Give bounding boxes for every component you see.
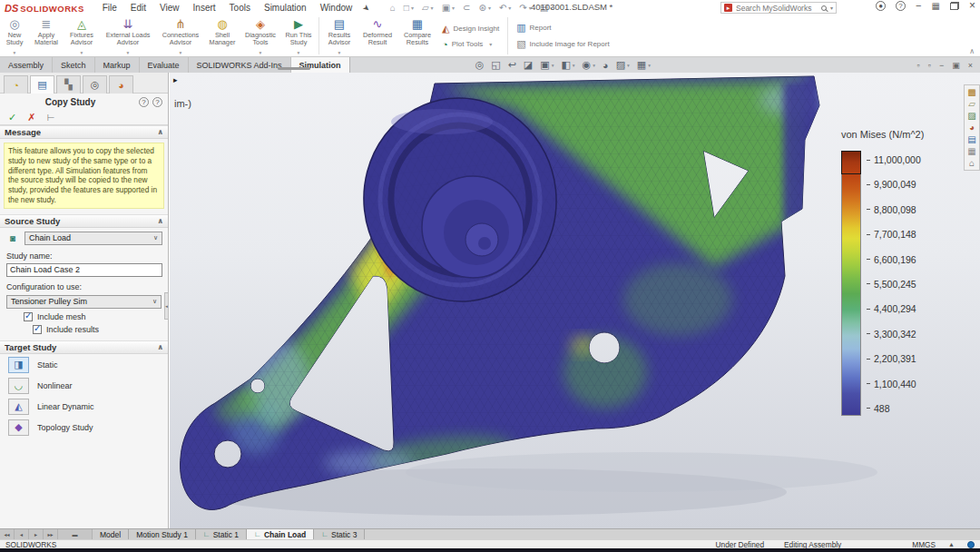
target-topology-row[interactable]: ◆ Topology Study bbox=[0, 418, 168, 438]
new-study-button[interactable]: ◎ New Study▾ bbox=[0, 15, 29, 56]
tab-scroll-last-icon[interactable]: ▸▸ bbox=[44, 529, 58, 539]
include-results-checkbox[interactable] bbox=[33, 325, 42, 334]
diagnostic-tools-button[interactable]: ◈ Diagnostic Tools▾ bbox=[240, 15, 281, 56]
zoom-to-area-icon[interactable]: ◱ bbox=[491, 59, 500, 71]
report-button[interactable]: ▥ Report bbox=[516, 22, 609, 34]
search-icon[interactable] bbox=[821, 5, 827, 11]
menu-pin-icon[interactable]: ➤ bbox=[361, 2, 372, 14]
doc-close-button[interactable]: × bbox=[968, 61, 973, 70]
panel-splitter-handle[interactable]: ◂ bbox=[164, 292, 169, 320]
configurationmanager-tab[interactable]: ▚ bbox=[56, 75, 81, 94]
status-expand-icon[interactable]: ▲ bbox=[948, 541, 955, 547]
configuration-select[interactable]: Tensioner Pulley Sim ∨ bbox=[6, 295, 162, 309]
appearances-icon[interactable]: ◕ bbox=[969, 123, 975, 133]
tab-static-1[interactable]: ∟Static 1 bbox=[196, 529, 247, 539]
section-view-icon[interactable]: ◪ bbox=[524, 59, 533, 71]
tab-sketch[interactable]: Sketch bbox=[53, 57, 95, 73]
status-units[interactable]: MMGS bbox=[912, 540, 936, 549]
menu-insert[interactable]: Insert bbox=[193, 3, 216, 13]
graphics-viewport[interactable]: ▸ im-) bbox=[170, 73, 980, 528]
tab-static-3[interactable]: ∟Static 3 bbox=[314, 529, 365, 539]
open-document-icon[interactable]: ▱▾ bbox=[422, 3, 434, 13]
close-button[interactable]: × bbox=[969, 1, 975, 11]
options-gear-icon[interactable]: ⊛▾ bbox=[478, 3, 490, 13]
save-icon[interactable]: ▣▾ bbox=[442, 3, 455, 13]
panel-pin-help-icon[interactable]: ? bbox=[152, 97, 162, 107]
tab-markup[interactable]: Markup bbox=[95, 57, 140, 73]
menu-edit[interactable]: Edit bbox=[131, 3, 146, 13]
display-style-icon[interactable]: ◧▾ bbox=[561, 59, 574, 71]
user-account-icon[interactable]: ● bbox=[876, 1, 886, 11]
study-name-input[interactable] bbox=[6, 263, 162, 277]
home-icon[interactable]: ⌂ bbox=[390, 3, 396, 13]
propertymanager-tab[interactable]: ▤ bbox=[30, 75, 54, 94]
compare-results-button[interactable]: ▦ Compare Results bbox=[398, 15, 436, 56]
menu-simulation[interactable]: Simulation bbox=[264, 3, 307, 13]
run-this-study-button[interactable]: ▶ Run This Study▾ bbox=[281, 15, 316, 56]
undo-icon[interactable]: ↶▾ bbox=[499, 3, 511, 13]
doc-cascade-icon[interactable]: ▫ bbox=[917, 61, 920, 70]
tab-scroll-left-icon[interactable]: ◂ bbox=[15, 529, 29, 539]
menu-view[interactable]: View bbox=[160, 3, 180, 13]
external-loads-advisor-button[interactable]: ⇊ External Loads Advisor▾ bbox=[100, 15, 156, 56]
solidworks-resources-icon[interactable]: ▩ bbox=[967, 87, 975, 97]
home-tab-icon[interactable]: ⌂ bbox=[969, 158, 975, 168]
message-section-header[interactable]: Message ∧ bbox=[0, 125, 168, 139]
shell-manager-button[interactable]: ◍ Shell Manager bbox=[205, 15, 240, 56]
keep-visible-pin-icon[interactable]: ⊢ bbox=[46, 113, 54, 123]
ok-button[interactable]: ✓ bbox=[8, 112, 16, 123]
file-explorer-icon[interactable]: ▨ bbox=[967, 111, 975, 121]
search-input[interactable]: Search MySolidWorks bbox=[736, 4, 818, 13]
search-dropdown-icon[interactable]: ▾ bbox=[830, 5, 833, 11]
target-nonlinear-row[interactable]: ◡ Nonlinear bbox=[0, 376, 168, 396]
panel-help-icon[interactable]: ? bbox=[139, 97, 149, 107]
menu-tools[interactable]: Tools bbox=[230, 3, 250, 13]
design-library-icon[interactable]: ▱ bbox=[968, 99, 975, 109]
doc-minimize-button[interactable]: − bbox=[939, 61, 944, 70]
plot-tools-button[interactable]: ◔ Plot Tools ▾ bbox=[442, 39, 499, 50]
static-study-icon[interactable]: ◨ bbox=[8, 357, 29, 373]
search-box[interactable]: ▸ Search MySolidWorks ▾ bbox=[720, 2, 837, 14]
deformed-result-button[interactable]: ∿ Deformed Result bbox=[357, 15, 398, 56]
ribbon-collapse-icon[interactable]: ∧ bbox=[969, 47, 975, 55]
view-palette-icon[interactable]: ▤ bbox=[967, 134, 975, 144]
nonlinear-study-icon[interactable]: ◡ bbox=[8, 378, 29, 394]
tab-assembly[interactable]: Assembly bbox=[0, 57, 53, 73]
plot-tools-dropdown-icon[interactable]: ▾ bbox=[489, 41, 492, 47]
custom-properties-icon[interactable]: ▦ bbox=[967, 146, 975, 156]
edit-appearance-icon[interactable]: ◕ bbox=[603, 60, 609, 71]
tab-model[interactable]: Model bbox=[93, 529, 129, 539]
redo-icon[interactable]: ↷▾ bbox=[519, 3, 531, 13]
topology-study-icon[interactable]: ◆ bbox=[8, 419, 29, 436]
include-image-button[interactable]: ▧ Include Image for Report bbox=[516, 38, 609, 50]
menu-window[interactable]: Window bbox=[320, 3, 353, 13]
zoom-to-fit-icon[interactable]: ◎ bbox=[475, 59, 485, 71]
tab-simulation[interactable]: Simulation bbox=[291, 57, 350, 73]
source-study-select[interactable]: Chain Load ∨ bbox=[24, 232, 162, 245]
target-study-section-header[interactable]: Target Study ∧ bbox=[0, 340, 168, 354]
status-globe-icon[interactable] bbox=[967, 541, 975, 548]
previous-view-icon[interactable]: ↩ bbox=[508, 59, 516, 71]
featuremanager-tree-tab[interactable]: ◔ bbox=[4, 75, 28, 94]
dimxpertmanager-tab[interactable]: ◎ bbox=[83, 75, 107, 94]
tab-solidworks-addins[interactable]: SOLIDWORKS Add-Ins bbox=[189, 57, 291, 73]
tab-scroll-first-icon[interactable]: ◂◂ bbox=[0, 529, 15, 539]
target-static-row[interactable]: ◨ Static bbox=[0, 355, 168, 375]
restore-button[interactable] bbox=[950, 2, 959, 10]
design-insight-button[interactable]: ◭ Design Insight bbox=[442, 23, 499, 34]
menu-file[interactable]: File bbox=[103, 3, 117, 13]
include-mesh-checkbox[interactable] bbox=[24, 312, 33, 321]
apply-scene-icon[interactable]: ▨▾ bbox=[616, 59, 630, 71]
target-linear-dynamic-row[interactable]: ◭ Linear Dynamic bbox=[0, 397, 168, 417]
tab-scroll-right-icon[interactable]: ▸ bbox=[29, 529, 44, 539]
doc-tile-icon[interactable]: ▫ bbox=[928, 61, 931, 70]
tab-motion-study-1[interactable]: Motion Study 1 bbox=[129, 529, 196, 539]
doc-restore-button[interactable]: ▣ bbox=[952, 61, 960, 70]
tab-splitter-grip[interactable]: ▬ bbox=[58, 529, 93, 539]
view-settings-icon[interactable]: ▦▾ bbox=[637, 59, 651, 71]
minimize-button[interactable]: − bbox=[916, 1, 921, 11]
displaymanager-tab[interactable]: ◕ bbox=[109, 75, 133, 94]
ribbon-scroll-thumb[interactable] bbox=[278, 67, 310, 70]
hide-show-items-icon[interactable]: ◉▾ bbox=[583, 59, 595, 71]
view-orientation-icon[interactable]: ▣▾ bbox=[540, 59, 554, 71]
